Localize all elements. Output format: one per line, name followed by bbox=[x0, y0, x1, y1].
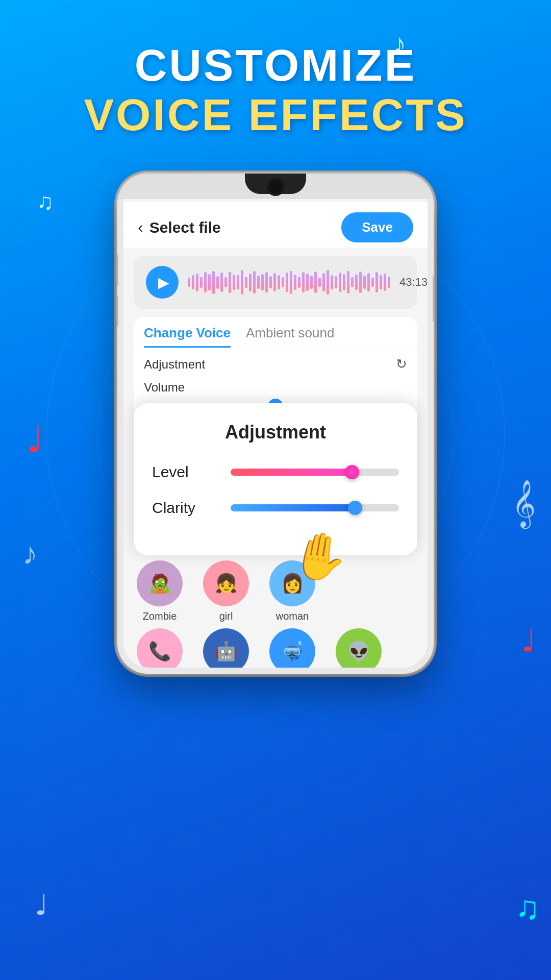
waveform-bar bbox=[212, 271, 215, 294]
waveform-bar bbox=[294, 275, 296, 290]
waveform-bar bbox=[327, 270, 329, 295]
waveform-display bbox=[188, 270, 390, 295]
effect-underwater[interactable]: 🤿 Under water bbox=[264, 628, 320, 668]
top-bar-left: ‹ Select file bbox=[138, 218, 221, 237]
waveform-bar bbox=[351, 277, 354, 287]
phone-camera bbox=[268, 180, 283, 194]
tab-ambient-sound[interactable]: Ambient sound bbox=[246, 325, 334, 348]
waveform-bar bbox=[335, 276, 337, 288]
top-bar: ‹ Select file Save bbox=[123, 202, 428, 248]
effect-girl[interactable]: 👧 girl bbox=[198, 560, 254, 622]
telephone-avatar: 📞 bbox=[137, 628, 183, 668]
audio-player-card: ▶ 43:13 | 32:12 bbox=[134, 256, 417, 309]
waveform-bar bbox=[257, 276, 260, 289]
girl-label: girl bbox=[219, 610, 233, 622]
level-slider-fill bbox=[231, 469, 352, 476]
refresh-icon[interactable]: ↻ bbox=[396, 356, 407, 372]
waveform-bar bbox=[371, 278, 374, 287]
waveform-bar bbox=[298, 277, 300, 288]
waveform-bar bbox=[192, 275, 194, 289]
waveform-bar bbox=[196, 274, 198, 291]
effect-zombie[interactable]: 🧟 Zombie bbox=[132, 560, 188, 622]
clarity-slider-thumb[interactable] bbox=[348, 501, 362, 515]
effect-telephone[interactable]: 📞 Telephone bbox=[132, 628, 188, 668]
underwater-avatar: 🤿 bbox=[269, 628, 315, 668]
volume-button-down bbox=[117, 296, 118, 327]
waveform-bar bbox=[343, 274, 345, 290]
waveform-bar bbox=[261, 274, 264, 290]
waveform-bar bbox=[200, 277, 203, 288]
waveform-bar bbox=[384, 274, 386, 291]
app-content: ‹ Select file Save ▶ 43:13 | 32:12 Chang… bbox=[123, 202, 428, 668]
waveform-bar bbox=[302, 272, 305, 292]
waveform-bar bbox=[359, 272, 362, 293]
waveform-bar bbox=[265, 272, 268, 292]
effects-row-1: 🧟 Zombie 👧 girl 👩 woman bbox=[132, 560, 419, 622]
waveform-bar bbox=[249, 274, 252, 291]
level-label: Level bbox=[152, 463, 218, 481]
waveform-bar bbox=[269, 276, 272, 288]
tab-row: Change Voice Ambient sound bbox=[134, 317, 417, 348]
header-line2: VOICE EFFECTS bbox=[0, 90, 551, 140]
zombie-avatar: 🧟 bbox=[137, 560, 183, 606]
waveform-bar bbox=[233, 275, 235, 290]
waveform-bar bbox=[318, 278, 321, 287]
level-slider-thumb[interactable] bbox=[345, 465, 359, 479]
waveform-bar bbox=[290, 271, 292, 294]
waveform-bar bbox=[286, 273, 288, 292]
waveform-bar bbox=[314, 272, 317, 293]
red-note-left: ♩ bbox=[27, 419, 43, 460]
waveform-bar bbox=[208, 274, 211, 290]
waveform-bar bbox=[229, 272, 231, 293]
waveform-bar bbox=[331, 275, 333, 289]
voice-effects-strip: 🧟 Zombie 👧 girl 👩 woman 📞 bbox=[123, 555, 428, 668]
waveform-bar bbox=[188, 278, 190, 287]
modal-title: Adjustment bbox=[152, 422, 399, 443]
waveform-bar bbox=[237, 275, 239, 289]
adjustment-row: Adjustment ↻ bbox=[134, 348, 417, 380]
note-bottom-left: ♩ bbox=[35, 888, 48, 921]
save-button[interactable]: Save bbox=[341, 212, 413, 242]
cyan-note-bottom: ♫ bbox=[515, 889, 540, 926]
red-note-right: ♩ bbox=[521, 623, 536, 658]
adjustment-label: Adjustment bbox=[144, 357, 205, 372]
back-button[interactable]: ‹ bbox=[138, 218, 143, 237]
effect-alien[interactable]: 👽 Alien bbox=[331, 628, 387, 668]
waveform-bar bbox=[367, 273, 370, 291]
clarity-slider-fill bbox=[231, 504, 355, 511]
volume-label: Volume bbox=[144, 380, 407, 395]
effect-robot[interactable]: 🤖 Robot bbox=[198, 628, 254, 668]
volume-button-up bbox=[117, 255, 118, 286]
effect-woman[interactable]: 👩 woman bbox=[264, 560, 320, 622]
header-section: CUSTOMIZE VOICE EFFECTS bbox=[0, 41, 551, 140]
tab-change-voice[interactable]: Change Voice bbox=[144, 325, 231, 348]
waveform-bar bbox=[241, 270, 243, 295]
waveform-bar bbox=[224, 277, 227, 287]
treble-clef-right: 𝄞 bbox=[512, 480, 536, 527]
clarity-slider[interactable] bbox=[231, 504, 399, 511]
robot-avatar: 🤖 bbox=[203, 628, 249, 668]
play-button[interactable]: ▶ bbox=[146, 266, 179, 299]
waveform-bar bbox=[322, 273, 325, 291]
waveform-bar bbox=[339, 273, 341, 292]
play-icon: ▶ bbox=[158, 274, 169, 291]
adjustment-modal: Adjustment Level Clarity bbox=[134, 403, 417, 555]
zombie-label: Zombie bbox=[143, 610, 177, 622]
waveform-bar bbox=[204, 272, 207, 292]
waveform-bar bbox=[253, 271, 256, 293]
level-slider[interactable] bbox=[231, 469, 399, 476]
woman-label: woman bbox=[276, 610, 309, 622]
waveform-bar bbox=[273, 273, 276, 291]
alien-avatar: 👽 bbox=[336, 628, 382, 668]
waveform-bar bbox=[388, 277, 390, 288]
waveform-bar bbox=[310, 276, 313, 289]
waveform-bar bbox=[216, 276, 219, 289]
effects-row-2: 📞 Telephone 🤖 Robot 🤿 Under water 👽 Alie… bbox=[132, 628, 419, 668]
waveform-bar bbox=[375, 272, 378, 292]
screen-title: Select file bbox=[149, 219, 221, 236]
woman-avatar: 👩 bbox=[269, 560, 315, 606]
waveform-bar bbox=[380, 275, 382, 289]
level-slider-row: Level bbox=[152, 463, 399, 481]
bass-note-left: ♪ bbox=[22, 536, 38, 571]
waveform-bar bbox=[278, 275, 280, 289]
